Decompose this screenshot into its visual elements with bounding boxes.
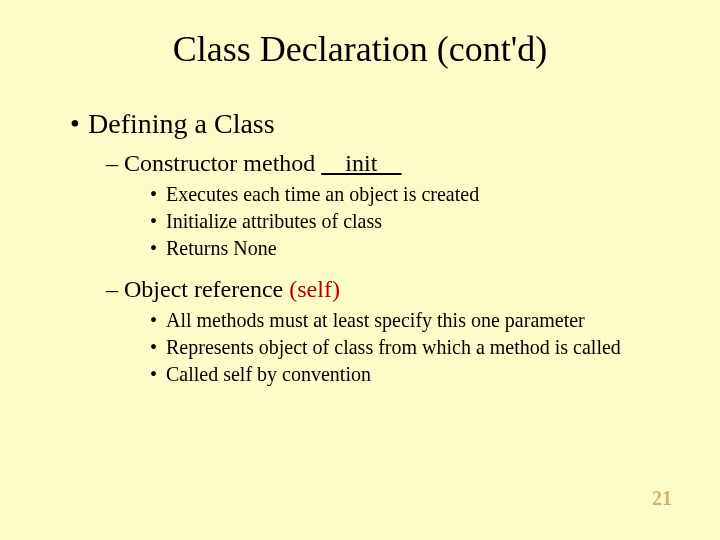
self-keyword: self <box>297 276 332 302</box>
slide-title: Class Declaration (cont'd) <box>50 28 670 70</box>
level3-text: Called self by convention <box>166 363 371 385</box>
level3-item: •Initialize attributes of class <box>150 208 670 235</box>
level3-item: •All methods must at least specify this … <box>150 307 670 334</box>
level1-text: Defining a Class <box>88 108 275 139</box>
level3-item: •Represents object of class from which a… <box>150 334 670 361</box>
paren-close: ) <box>332 276 340 302</box>
bullet-dot-icon: • <box>70 108 88 140</box>
level3-text: Executes each time an object is created <box>166 183 479 205</box>
level3-text: All methods must at least specify this o… <box>166 309 585 331</box>
bullet-dash-icon: – <box>106 276 124 303</box>
bullet-dot-icon: • <box>150 235 166 262</box>
level2-item-self: –Object reference (self) <box>106 276 670 303</box>
level3-text: Represents object of class from which a … <box>166 336 621 358</box>
bullet-dot-icon: • <box>150 334 166 361</box>
level2-underlined: __init__ <box>321 150 401 176</box>
level2-prefix: Object reference <box>124 276 289 302</box>
bullet-dash-icon: – <box>106 150 124 177</box>
bullet-dot-icon: • <box>150 181 166 208</box>
level2-item-constructor: –Constructor method __init__ <box>106 150 670 177</box>
page-number: 21 <box>652 487 672 510</box>
level2-prefix: Constructor method <box>124 150 321 176</box>
bullet-dot-icon: • <box>150 361 166 388</box>
level1-item: •Defining a Class <box>70 108 670 140</box>
level3-text: Initialize attributes of class <box>166 210 382 232</box>
level3-text: Returns None <box>166 237 277 259</box>
bullet-dot-icon: • <box>150 307 166 334</box>
bullet-dot-icon: • <box>150 208 166 235</box>
level3-item: •Called self by convention <box>150 361 670 388</box>
level3-item: •Returns None <box>150 235 670 262</box>
level3-item: •Executes each time an object is created <box>150 181 670 208</box>
